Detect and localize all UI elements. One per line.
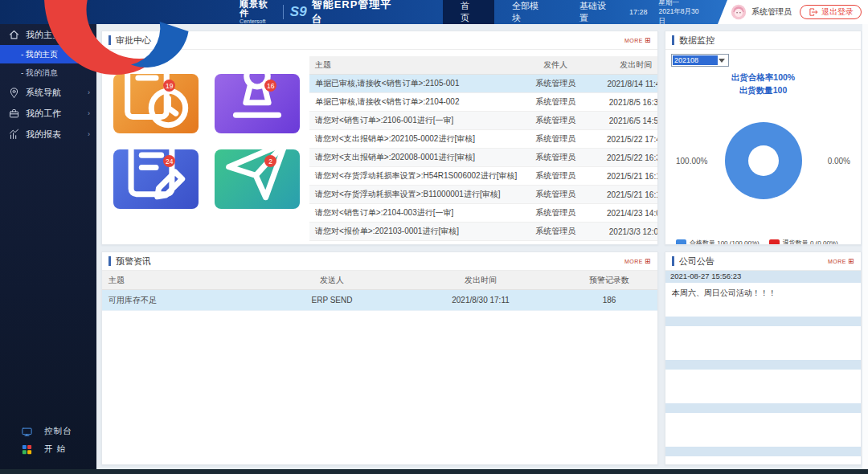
nav-tab-label: 基础设置 (579, 0, 612, 24)
panel-title: 数据监控 (679, 35, 714, 47)
chart-legend: 合格数量 100 (100.00%) 退货数量 0 (0.00%) (671, 239, 855, 246)
nav-tab[interactable]: 全部模块 (494, 0, 562, 24)
announcement-item-empty (665, 403, 861, 445)
message-row[interactable]: 请您对<存货浮动耗损率设置>:H54R1S006002进行[审核] 系统管理员 … (309, 167, 658, 186)
message-row[interactable]: 请您对<报价单>:202103-0001进行[审核] 系统管理员 2021/3/… (309, 223, 658, 241)
more-icon: ⊞ (645, 37, 651, 44)
more-icon: ⊞ (645, 258, 651, 265)
logout-icon (808, 6, 819, 18)
period-select[interactable]: 202108 (671, 54, 729, 67)
panel-title: 公司公告 (679, 255, 714, 268)
sidebar-footer: 控制台 开 始 (0, 423, 96, 458)
count-badge: 2 (264, 155, 276, 167)
message-row[interactable]: 请您对<存货浮动耗损率设置>:B11000001进行[审核] 系统管理员 202… (309, 186, 658, 204)
top-header: 顺景软件 Centersoft S9 智能ERP管理平台 首页 全部模块 基础设… (0, 0, 868, 24)
weekday: 星期一 (658, 0, 702, 7)
donut-ring (725, 122, 802, 199)
approval-tile[interactable]: 抄送我 2 (215, 149, 300, 209)
approval-tile[interactable]: 我发起 24 (113, 149, 199, 209)
alert-row[interactable]: 可用库存不足 ERP SEND 2021/8/30 17:11 186 (102, 290, 657, 311)
erp-dashboard: 顺景软件 Centersoft S9 智能ERP管理平台 首页 全部模块 基础设… (0, 0, 868, 474)
tile-icon (113, 129, 199, 214)
sidebar-footer-item[interactable]: 开 始 (0, 440, 96, 458)
announcement-item-empty (665, 447, 861, 464)
date: 2021年8月30日 (658, 7, 702, 26)
company-announcement-panel: 公司公告 MORE ⊞ 2021-08-27 15:56:23 本周六、周日公司… (665, 251, 862, 465)
product-logo: S9 (290, 4, 307, 20)
donut-right-label: 0.00% (828, 156, 850, 165)
centersoft-logo-icon (6, 0, 236, 127)
nav-tab-label: 首页 (461, 0, 477, 24)
more-link[interactable]: MORE ⊞ (624, 37, 651, 44)
announcement-item-empty (665, 317, 861, 358)
sidebar-footer-item[interactable]: 控制台 (0, 423, 96, 440)
shipment-summary: 出货合格率100% 出货数量100 (671, 72, 855, 97)
more-link[interactable]: MORE ⊞ (828, 258, 854, 265)
message-row[interactable]: 请您对<支出报销单>:202008-0001进行[审核] 系统管理员 2021/… (309, 149, 658, 167)
legend-swatch (676, 239, 686, 245)
announcement-date: 2021-08-27 15:56:23 (665, 271, 861, 283)
panel-accent (672, 256, 674, 266)
company-name: 顺景软件 (240, 0, 276, 18)
logout-button[interactable]: 退出登录 (800, 5, 862, 19)
panel-accent (108, 256, 111, 266)
tile-icon (215, 129, 300, 214)
message-row[interactable]: 请您对<销售订单>:2104-003进行[一审] 系统管理员 2021/4/23… (309, 204, 658, 223)
product-name: 智能ERP管理平台 (312, 0, 399, 27)
legend-item: 合格数量 100 (100.00%) (676, 239, 760, 246)
clock-time: 17:28 (629, 8, 648, 16)
donut-left-label: 100.00% (676, 156, 707, 165)
panel-title: 预警资讯 (116, 255, 151, 268)
announcement-item[interactable]: 2021-08-27 15:56:23 本周六、周日公司活动！！！ (665, 271, 861, 315)
nav-tab[interactable]: 首页 (443, 0, 494, 24)
table-header: 主题 发送人 发出时间 预警记录数 (102, 271, 657, 290)
more-icon: ⊞ (848, 258, 854, 265)
username: 系统管理员 (751, 6, 792, 18)
logo-block: 顺景软件 Centersoft S9 智能ERP管理平台 (0, 0, 399, 127)
main-nav: 首页 全部模块 基础设置 (443, 0, 629, 24)
legend-item: 退货数量 0 (0.00%) (769, 239, 838, 246)
more-link[interactable]: MORE ⊞ (624, 258, 651, 265)
user-avatar[interactable] (731, 4, 747, 20)
legend-swatch (769, 239, 780, 245)
nav-tab[interactable]: 基础设置 (562, 0, 629, 24)
page-scroll-area[interactable] (862, 24, 868, 469)
select-caret-icon (719, 59, 725, 63)
message-row[interactable]: 请您对<支出报销单>:202105-0002进行[审核] 系统管理员 2021/… (309, 130, 658, 149)
donut-chart: 100.00% 0.00% (671, 100, 855, 221)
alert-news-panel: 预警资讯 MORE ⊞ 主题 发送人 发出时间 预警记录数 可用库存不足 ERP… (101, 251, 658, 465)
chevron-icon: › (88, 130, 90, 138)
announcement-content: 本周六、周日公司活动！！！ (665, 283, 861, 315)
data-monitor-panel: 数据监控 202108 出货合格率100% 出货数量100 100.00% 0.… (665, 31, 862, 245)
date-block: 星期一 2021年8月30日 (658, 0, 702, 26)
nav-tab-label: 全部模块 (512, 0, 544, 24)
logo-divider (283, 5, 284, 19)
panel-accent (672, 35, 674, 45)
company-name-en: Centersoft (240, 18, 276, 24)
sidebar-footer-icon (21, 426, 33, 438)
sidebar-footer-icon (21, 443, 33, 456)
sidebar-item-icon (8, 129, 20, 141)
announcement-item-empty (665, 360, 861, 402)
bottom-edge-bar (0, 469, 868, 474)
